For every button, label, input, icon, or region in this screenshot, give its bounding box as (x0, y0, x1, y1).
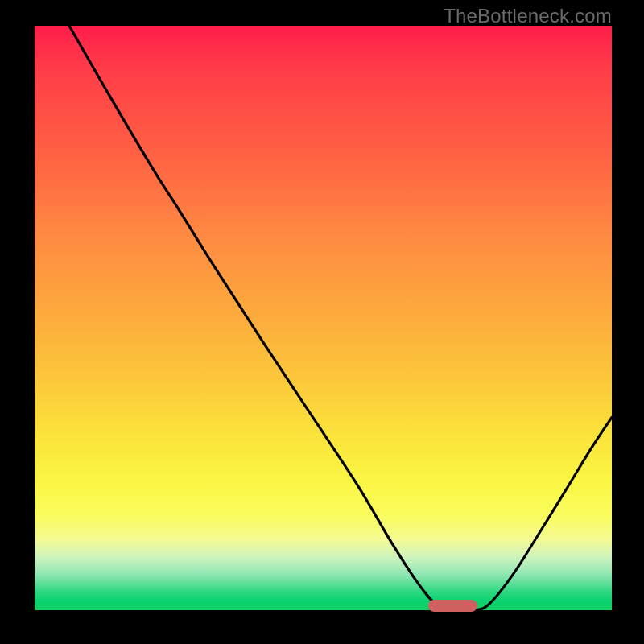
chart-plot-area (35, 26, 612, 610)
watermark-label: TheBottleneck.com (444, 5, 612, 27)
chart-minimum-marker (428, 600, 477, 612)
chart-curve (35, 26, 612, 610)
